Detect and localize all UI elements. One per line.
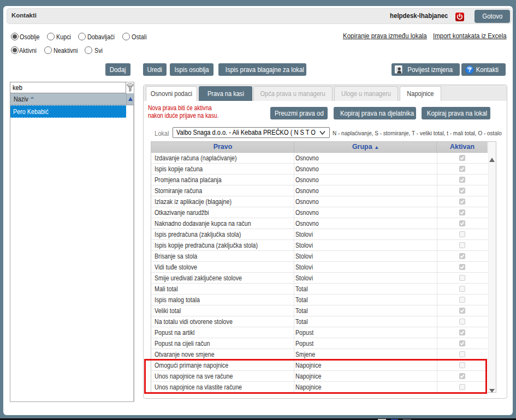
svg-text:?: ? [468, 66, 471, 73]
